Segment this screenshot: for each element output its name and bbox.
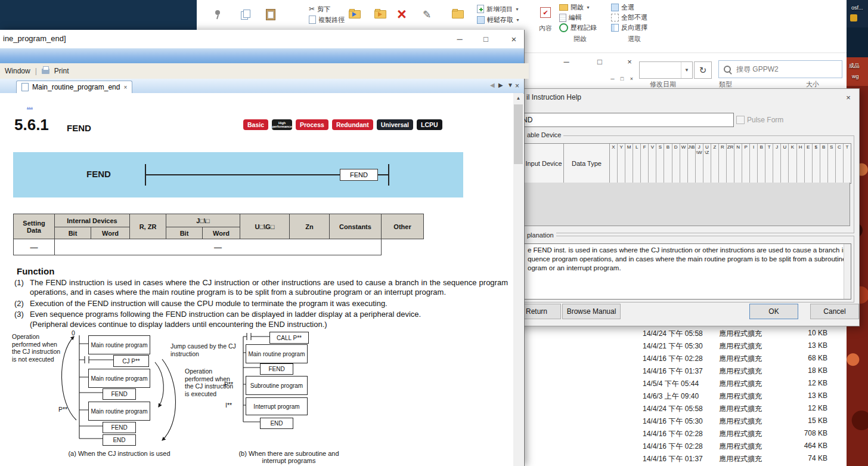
delete-icon: × — [397, 7, 407, 23]
column-header-type[interactable]: 類型 — [719, 80, 732, 89]
help-window: ine_program_end] ─ □ × Window | Print Ma… — [0, 30, 525, 466]
explanation-scrollbar[interactable] — [844, 244, 851, 299]
device-column-header: P — [742, 144, 750, 183]
help-window-title: ine_program_end] — [3, 34, 66, 43]
print-icon — [42, 69, 49, 74]
file-size: 68 KB — [786, 354, 827, 362]
data-type-header: Data Type — [564, 144, 610, 183]
child-window-restore-button[interactable]: □ — [618, 75, 627, 82]
file-row[interactable]: 14/4/24 下午 05:58 應用程式擴充 10 KB — [639, 327, 829, 340]
minimize-button[interactable]: ─ — [451, 32, 468, 45]
p-pointer-label: P** — [58, 406, 67, 413]
tab-bar-close-icon[interactable]: × — [515, 82, 519, 90]
dialog-close-button[interactable]: × — [841, 91, 855, 103]
copy-path-button[interactable]: 複製路徑 — [309, 15, 345, 24]
column-header-size[interactable]: 大小 — [806, 80, 819, 89]
vertical-scrollbar[interactable]: ▲ — [513, 93, 523, 466]
pulse-form-checkbox[interactable] — [736, 116, 745, 124]
tab-scroll-right-icon[interactable]: ▶ — [498, 82, 503, 88]
copy-button[interactable] — [235, 4, 256, 25]
history-button[interactable]: 歷程記錄 — [559, 23, 597, 32]
cut-button[interactable]: ✂ 剪下 — [309, 4, 330, 14]
copy-to-button[interactable] — [368, 3, 392, 26]
tab-list-icon[interactable]: ▼ — [507, 82, 513, 88]
easy-access-button[interactable]: 輕鬆存取 ▼ — [477, 15, 520, 24]
menu-window[interactable]: Window — [5, 67, 30, 75]
explanation-line: e FEND inst. is used in cases where the … — [528, 246, 847, 255]
file-row[interactable]: 14/4/16 下午 02:28 應用程式擴充 464 KB — [639, 440, 829, 452]
file-row[interactable]: 14/4/24 下午 05:58 應用程式擴充 12 KB — [639, 402, 829, 415]
address-combo[interactable]: ▼ — [639, 61, 693, 79]
file-row[interactable]: 14/4/16 下午 02:28 應用程式擴充 68 KB — [639, 352, 829, 365]
refresh-button[interactable]: ↻ — [694, 61, 712, 79]
cpu-badge: Universal — [377, 119, 413, 130]
pin-to-quick-access-button[interactable] — [206, 4, 229, 25]
child-window-minimize-button[interactable]: ─ — [608, 75, 617, 82]
move-to-button[interactable] — [343, 3, 367, 26]
cpu-badges: BasicHigh performanceProcessRedundantUni… — [243, 119, 446, 130]
tab-close-icon[interactable]: × — [123, 84, 127, 91]
paste-button[interactable] — [260, 4, 281, 25]
device-column-header: R — [719, 144, 727, 183]
invert-selection-button[interactable]: 反向選擇 — [611, 23, 647, 32]
device-column-header: Z — [711, 144, 719, 183]
th-zn: Zn — [290, 214, 330, 239]
help-window-titlebar[interactable]: ine_program_end] — [0, 30, 524, 48]
browse-manual-button[interactable]: Browse Manual — [562, 304, 621, 319]
open-button[interactable]: 開啟 ▼ — [559, 3, 590, 12]
desktop-icon-label-mid2[interactable]: wg — [852, 73, 859, 79]
bg-window-close-button[interactable]: × — [621, 55, 638, 68]
file-type: 應用程式擴充 — [719, 442, 762, 452]
ellipsis-link[interactable]: ... — [27, 101, 33, 110]
chevron-down-icon[interactable]: ▼ — [681, 62, 692, 78]
tab-main-routine-program-end[interactable]: Main_routine_program_end × — [16, 81, 132, 93]
file-row[interactable]: 14/6/3 上午 09:40 應用程式擴充 13 KB — [639, 390, 829, 402]
device-column-header: K — [789, 144, 796, 183]
bg-window-maximize-button[interactable]: □ — [591, 55, 608, 68]
maximize-button[interactable]: □ — [478, 32, 494, 45]
scrollbar-thumb[interactable] — [514, 104, 523, 164]
device-column-header: F — [641, 144, 649, 183]
file-row[interactable]: 14/4/16 下午 01:37 應用程式擴充 74 KB — [639, 452, 829, 465]
main-routine-box-2: Main routine program — [88, 369, 150, 388]
cpu-badge: High performance — [272, 119, 292, 130]
file-row[interactable]: 14/4/16 下午 02:28 應用程式擴充 708 KB — [639, 427, 829, 440]
desktop-icon-label-top[interactable]: osf... — [851, 5, 863, 11]
select-none-button[interactable]: 全部不選 — [611, 13, 647, 22]
new-folder-button[interactable] — [446, 3, 470, 26]
cpu-badge: Redundant — [332, 119, 373, 130]
instruction-name-field[interactable]: ND — [519, 113, 734, 127]
scroll-up-icon[interactable]: ▲ — [513, 93, 523, 103]
device-column-header: E — [805, 144, 813, 183]
select-all-button[interactable]: 全選 — [611, 3, 634, 12]
desktop-icon[interactable] — [850, 14, 857, 21]
properties-button[interactable]: ✔ — [534, 2, 557, 23]
file-list: 14/4/24 下午 05:58 應用程式擴充 10 KB 14/4/21 下午… — [639, 327, 829, 465]
file-row[interactable]: 14/4/16 下午 05:30 應用程式擴充 15 KB — [639, 415, 829, 427]
cancel-button[interactable]: Cancel — [810, 304, 859, 319]
desktop-icon-label-mid[interactable]: 成品 — [849, 62, 860, 70]
ok-button[interactable]: OK — [749, 304, 798, 319]
explanation-line: quence program operations, and in cases … — [528, 255, 847, 264]
child-window-close-button[interactable]: × — [627, 75, 636, 82]
file-row[interactable]: 14/4/21 下午 05:30 應用程式擴充 13 KB — [639, 340, 829, 352]
new-item-button[interactable]: 新增項目 ▼ — [477, 4, 519, 14]
function-paragraphs: (1)The FEND instruction is used in cases… — [14, 278, 508, 331]
file-row[interactable]: 14/5/4 下午 05:44 應用程式擴充 12 KB — [639, 377, 829, 390]
function-heading: Function — [17, 266, 54, 276]
delete-button[interactable]: × — [390, 3, 413, 26]
tab-scroll-left-icon[interactable]: ◀ — [490, 82, 495, 88]
search-box[interactable] — [718, 60, 842, 78]
file-row[interactable]: 14/4/16 下午 01:37 應用程式擴充 18 KB — [639, 365, 829, 377]
column-header-date[interactable]: 修改日期 — [650, 80, 676, 89]
ladder-left-rail — [145, 164, 146, 186]
device-column-header: B — [664, 144, 672, 183]
search-input[interactable] — [735, 64, 827, 74]
close-button[interactable]: × — [506, 32, 522, 45]
menu-print[interactable]: Print — [54, 67, 69, 75]
th-internal-devices: Internal Devices — [55, 214, 130, 227]
edit-button[interactable]: 編輯 — [559, 13, 582, 22]
rename-button[interactable]: ✎ — [415, 3, 439, 26]
bg-window-minimize-button[interactable]: ─ — [558, 55, 575, 68]
device-column-header: C — [836, 144, 844, 183]
